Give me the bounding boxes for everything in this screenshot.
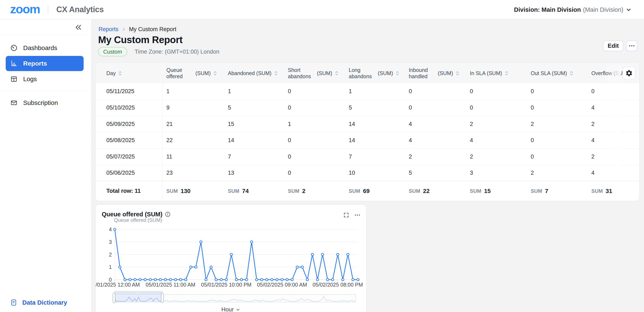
data-dictionary-link[interactable]: Data Dictionary [10,299,67,306]
column-header[interactable]: Day [96,63,162,83]
svg-text:3: 3 [109,239,112,245]
breadcrumb-reports-link[interactable]: Reports [98,26,118,33]
table-header-row: Day Queue offered(SUM) Abandoned (SUM) S… [96,63,639,83]
svg-text:4: 4 [109,226,112,232]
value-cell: 4 [405,116,466,132]
value-cell: 2 [588,149,639,165]
brush-selection[interactable] [114,295,162,302]
column-header[interactable]: Out SLA (SUM) [527,63,588,83]
day-cell: 05/10/2025 [96,100,162,116]
more-options-button[interactable] [626,41,637,51]
value-cell: 2 [527,116,588,132]
value-cell: 15 [224,116,284,132]
svg-text:05/01/2025 11:00 AM: 05/01/2025 11:00 AM [146,282,196,288]
envelope-icon [10,99,18,107]
report-actions: Edit [603,41,637,51]
value-cell: 1 [345,83,405,100]
value-cell: 2 [527,165,588,181]
chevron-right-icon [122,27,126,32]
brand: zoom CX Analytics [10,3,104,16]
column-header-label: Abandoned (SUM) [228,70,272,76]
value-cell: 0 [527,83,588,100]
day-cell: 05/09/2025 [96,116,162,132]
value-cell: 0 [284,165,345,181]
division-selector[interactable]: Division: Main Division (Main Division) [514,0,632,19]
value-cell: 0 [284,83,345,100]
column-header[interactable]: Queue offered(SUM) [162,63,224,83]
value-cell: 14 [345,116,405,132]
report-table-card: Day Queue offered(SUM) Abandoned (SUM) S… [96,63,639,201]
column-header-sum-label: (SUM) [438,70,453,76]
brush-drag-handle[interactable] [114,291,163,294]
sidebar-item-reports[interactable]: Reports [6,56,84,71]
total-sum-cell: SUM2 [284,181,345,201]
minimap-sparkline-selected [114,295,162,302]
division-label: Division: Main Division [514,6,581,13]
interval-dropdown[interactable]: Hour [96,306,366,312]
sort-icon [118,71,122,76]
edit-button[interactable]: Edit [603,41,623,51]
interval-label: Hour [221,306,234,312]
total-sum-cell: SUM69 [345,181,405,201]
sort-icon [456,71,460,76]
column-header[interactable]: Long abandons(SUM) [345,63,405,83]
bar-chart-icon [10,60,18,67]
day-cell: 05/08/2025 [96,133,162,149]
svg-text:05/01/2025 10:00 PM: 05/01/2025 10:00 PM [201,282,252,288]
value-cell: 2 [466,149,527,165]
day-cell: 05/07/2025 [96,149,162,165]
sidebar-item-label: Dashboards [23,44,57,51]
column-header[interactable]: Inbound handled(SUM) [405,63,466,83]
value-cell: 7 [345,149,405,165]
sidebar-item-label: Subscription [23,99,58,106]
column-header-label: In SLA (SUM) [470,70,502,76]
total-sum-cell: SUM31 [588,181,639,201]
svg-text:05/02/2025 09:00 AM: 05/02/2025 09:00 AM [257,282,307,288]
value-cell: 9 [162,100,224,116]
svg-text:05/02/2025 08:00 PM: 05/02/2025 08:00 PM [312,282,363,288]
column-header[interactable]: Abandoned (SUM) [224,63,284,83]
value-cell: 4 [588,100,639,116]
value-cell: 0 [527,100,588,116]
value-cell: 14 [345,133,405,149]
app-title: CX Analytics [56,5,104,14]
svg-text:05/01/2025 12:00 AM: 05/01/2025 12:00 AM [96,282,140,288]
sidebar-item-label: Reports [23,60,47,67]
value-cell: 0 [466,100,527,116]
gear-icon [625,69,633,77]
time-range-brush[interactable] [114,294,356,302]
division-sublabel: (Main Division) [583,6,623,13]
sidebar-item-subscription[interactable]: Subscription [6,95,84,110]
value-cell: 10 [345,165,405,181]
value-cell: 5 [345,100,405,116]
sidebar-item-dashboards[interactable]: Dashboards [6,40,84,55]
table-body: 05/11/20251101000005/10/20259505000405/0… [96,83,639,181]
ellipsis-icon [629,45,635,47]
column-header[interactable]: In SLA (SUM) [466,63,527,83]
sort-icon [274,71,278,76]
sidebar-collapse-row [0,19,91,35]
data-dictionary-label: Data Dictionary [22,299,67,306]
column-header-label: Out SLA (SUM) [531,70,567,76]
svg-text:1: 1 [109,264,112,270]
brush-handle-right[interactable] [161,293,164,303]
column-header-sum-label: (SUM) [196,70,210,76]
sidebar-item-logs[interactable]: Logs [6,71,84,87]
column-header[interactable]: Short abandons(SUM) [284,63,345,83]
table-row: 05/11/202511010000 [96,83,639,100]
value-cell: 4 [466,133,527,149]
sidebar: Dashboards Reports Logs [0,19,92,312]
day-cell: 05/06/2025 [96,165,162,181]
value-cell: 0 [527,149,588,165]
sidebar-item-label: Logs [23,75,37,83]
timezone-label: Time Zone: (GMT+01:00) London [135,49,220,55]
collapse-sidebar-icon[interactable] [74,24,82,31]
custom-badge: Custom [98,47,127,56]
value-cell: 11 [162,149,224,165]
value-cell: 5 [224,100,284,116]
brush-handle-left[interactable] [113,293,116,303]
table-row: 05/08/202522140144404 [96,132,639,149]
column-settings-button[interactable] [622,67,636,80]
value-cell: 4 [588,165,639,181]
sidebar-nav: Dashboards Reports Logs [0,35,91,110]
